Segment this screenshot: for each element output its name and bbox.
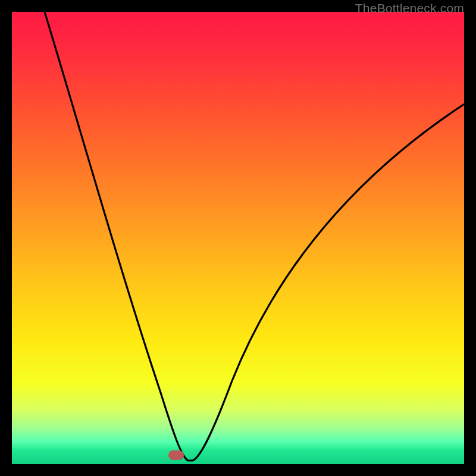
watermark-text: TheBottleneck.com: [355, 1, 464, 15]
gradient-plot-area: [12, 12, 464, 464]
chart-frame: TheBottleneck.com: [0, 0, 476, 476]
